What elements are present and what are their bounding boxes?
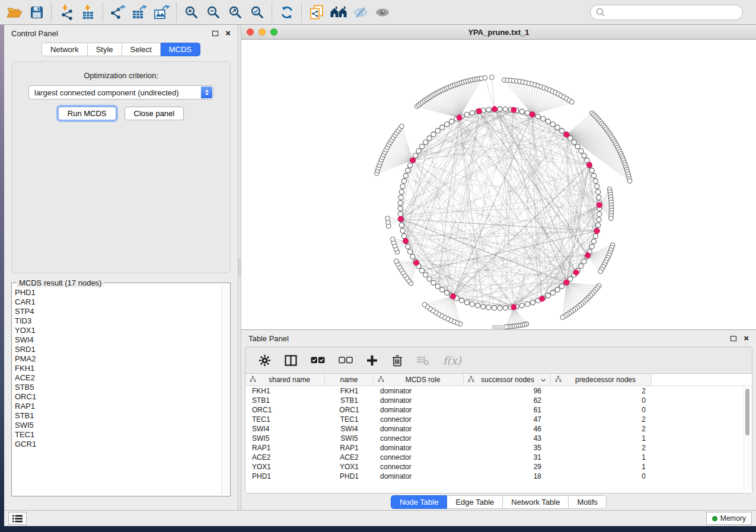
cell-MCDS-role: connector — [374, 415, 464, 424]
tab-network-table[interactable]: Network Table — [503, 495, 569, 509]
mcds-node-item[interactable]: STB5 — [15, 383, 219, 392]
mcds-node-item[interactable]: FKH1 — [15, 364, 219, 373]
column-header-shared-name[interactable]: shared name — [245, 374, 325, 386]
toolbar-separator — [51, 3, 52, 22]
table-scrollbar-thumb[interactable] — [745, 389, 749, 435]
duplicate-network-button[interactable] — [305, 2, 327, 23]
tab-mcds[interactable]: MCDS — [161, 43, 200, 56]
network-graph[interactable] — [241, 40, 756, 329]
mcds-node-item[interactable]: CAR1 — [15, 297, 219, 307]
mcds-node-item[interactable]: STP4 — [15, 307, 219, 316]
zoom-out-button[interactable] — [202, 2, 224, 23]
table-row[interactable]: PHD1PHD1dominator180 — [245, 472, 752, 481]
network-canvas[interactable] — [241, 40, 756, 329]
tab-style[interactable]: Style — [88, 43, 122, 56]
mcds-node-item[interactable]: STB1 — [15, 411, 219, 421]
hide-eye-icon — [353, 6, 368, 19]
cell-successor-nodes: 18 — [464, 472, 551, 481]
mcds-node-item[interactable]: ORC1 — [15, 392, 219, 402]
tree-icon — [378, 376, 384, 384]
show-columns-button[interactable] — [285, 355, 297, 366]
close-panel-button[interactable]: Close panel — [125, 107, 184, 120]
zoom-out-icon — [206, 5, 220, 19]
table-row[interactable]: ORC1ORC1dominator610 — [245, 405, 752, 415]
save-icon — [30, 6, 43, 19]
refresh-button[interactable] — [276, 2, 298, 23]
mcds-node-item[interactable]: TEC1 — [15, 430, 219, 440]
search-box[interactable] — [590, 5, 743, 20]
mcds-node-item[interactable]: SRD1 — [15, 345, 219, 354]
mcds-node-item[interactable]: RAP1 — [15, 402, 219, 411]
mcds-node-item[interactable]: YOX1 — [15, 326, 219, 335]
cell-predecessor-nodes: 0 — [551, 472, 652, 481]
tab-edge-table[interactable]: Edge Table — [447, 495, 503, 509]
table-scrollbar[interactable] — [744, 387, 751, 491]
column-header-predecessor-nodes[interactable]: predecessor nodes — [551, 374, 652, 386]
table-row[interactable]: FKH1FKH1dominator962 — [245, 386, 752, 396]
table-settings-button[interactable] — [259, 354, 271, 367]
export-image-button[interactable] — [151, 2, 173, 23]
result-scrollbar[interactable] — [221, 285, 228, 494]
export-image-icon — [154, 5, 170, 20]
table-row[interactable]: ACE2ACE2connector311 — [245, 453, 752, 462]
tab-node-table[interactable]: Node Table — [391, 495, 448, 509]
export-network-button[interactable] — [107, 2, 129, 23]
node-table: shared namenameMCDS rolesuccessor nodesp… — [245, 373, 752, 493]
table-row[interactable]: STB1STB1dominator620 — [245, 396, 752, 405]
cell-MCDS-role: connector — [374, 434, 464, 443]
search-input[interactable] — [608, 8, 737, 17]
first-neighbors-button[interactable] — [327, 2, 349, 23]
table-row[interactable]: TEC1TEC1connector472 — [245, 415, 752, 424]
cell-shared-name: PHD1 — [245, 472, 325, 481]
task-history-button[interactable] — [8, 512, 27, 525]
tab-motifs[interactable]: Motifs — [569, 495, 607, 509]
memory-button[interactable]: Memory — [706, 512, 752, 525]
run-mcds-button[interactable]: Run MCDS — [58, 107, 116, 120]
tab-network[interactable]: Network — [42, 43, 88, 56]
horizontal-splitter-handle[interactable] — [492, 325, 505, 329]
mcds-node-item[interactable]: ACE2 — [15, 373, 219, 383]
vertical-splitter-handle[interactable] — [238, 259, 241, 275]
delete-table-button[interactable] — [417, 355, 429, 366]
hide-selected-button[interactable] — [349, 2, 371, 23]
deselect-all-button[interactable] — [339, 356, 353, 364]
open-file-button[interactable] — [4, 2, 25, 23]
zoom-in-button[interactable] — [180, 2, 202, 23]
table-row[interactable]: RAP1RAP1dominator352 — [245, 443, 752, 453]
import-network-button[interactable] — [55, 2, 77, 23]
column-header-name[interactable]: name — [325, 374, 374, 386]
cell-shared-name: SWI4 — [245, 424, 325, 434]
add-column-button[interactable] — [366, 355, 378, 366]
delete-column-button[interactable] — [391, 354, 403, 367]
column-header-MCDS-role[interactable]: MCDS role — [374, 374, 464, 386]
mcds-node-item[interactable]: PMA2 — [15, 354, 219, 364]
mcds-node-item[interactable]: SWI5 — [15, 421, 219, 430]
mcds-node-item[interactable]: TID3 — [15, 316, 219, 326]
tab-select[interactable]: Select — [122, 43, 161, 56]
save-session-button[interactable] — [25, 2, 47, 23]
export-table-button[interactable] — [129, 2, 151, 23]
zoom-selected-button[interactable] — [246, 2, 268, 23]
table-row[interactable]: SWI5SWI5connector431 — [245, 434, 752, 443]
close-panel-icon[interactable]: × — [744, 335, 749, 341]
show-all-button[interactable] — [371, 2, 393, 23]
delete-table-icon — [417, 355, 429, 366]
criterion-select[interactable]: largest connected component (undirected) — [28, 85, 213, 100]
function-builder-button[interactable]: f(x) — [443, 354, 461, 367]
import-table-button[interactable] — [77, 2, 99, 23]
column-header-successor-nodes[interactable]: successor nodes — [464, 374, 551, 386]
table-row[interactable]: YOX1YOX1connector291 — [245, 462, 752, 472]
mcds-node-item[interactable]: SWI4 — [15, 335, 219, 345]
table-row[interactable]: SWI4SWI4dominator462 — [245, 424, 752, 434]
cell-predecessor-nodes: 0 — [551, 405, 652, 415]
mcds-node-item[interactable]: GCR1 — [15, 440, 219, 449]
mcds-result-box: MCDS result (17 nodes) PHD1CAR1STP4TID3Y… — [11, 283, 231, 496]
float-panel-icon[interactable] — [731, 336, 736, 341]
close-panel-icon[interactable]: × — [225, 30, 231, 36]
cell-shared-name: ORC1 — [245, 405, 325, 415]
cell-successor-nodes: 35 — [464, 443, 551, 453]
select-all-button[interactable] — [311, 356, 325, 364]
mcds-node-item[interactable]: PHD1 — [15, 288, 219, 297]
zoom-fit-button[interactable] — [224, 2, 246, 23]
float-panel-icon[interactable] — [212, 31, 218, 36]
